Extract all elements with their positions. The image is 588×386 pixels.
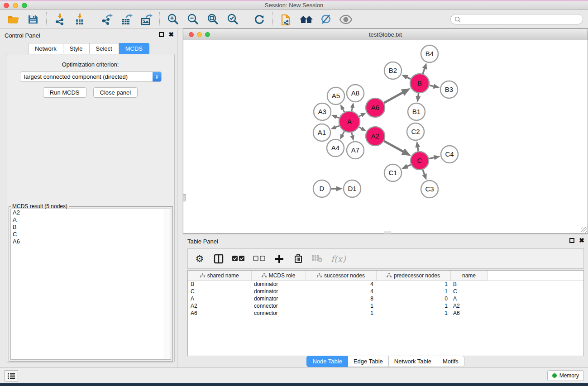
table-cell[interactable]: 1: [376, 310, 450, 317]
tab-network[interactable]: Network: [28, 43, 63, 54]
run-mcds-button[interactable]: Run MCDS: [43, 87, 86, 98]
close-panel-icon[interactable]: ✖: [168, 32, 174, 37]
export-network-icon[interactable]: [99, 12, 114, 27]
network-canvas[interactable]: AA6A2BCA1A3A4A5A7A8B1B2B3B4C1C2C3C4DD1: [183, 40, 588, 233]
table-cell[interactable]: A6: [188, 310, 251, 317]
table-cell[interactable]: C: [188, 288, 251, 295]
unselect-all-columns-icon[interactable]: [253, 252, 266, 266]
table-cell[interactable]: 1: [376, 302, 450, 310]
add-column-icon[interactable]: [274, 252, 285, 266]
canvas-horizontal-scroll-nub[interactable]: [384, 231, 391, 234]
table-settings-icon[interactable]: ⚙: [194, 252, 205, 266]
float-table-panel-icon[interactable]: [569, 238, 574, 243]
criterion-dropdown[interactable]: largest connected component (directed) ▲…: [20, 71, 162, 82]
table-cell[interactable]: A2: [450, 302, 488, 310]
table-cell[interactable]: dominator: [251, 281, 306, 288]
memory-button[interactable]: Memory: [547, 370, 584, 381]
window-resize-grip[interactable]: [581, 227, 587, 233]
tab-motifs[interactable]: Motifs: [437, 356, 464, 367]
open-session-icon[interactable]: [5, 12, 21, 27]
table-row[interactable]: A2connector11A2: [188, 302, 583, 310]
home-view-icon[interactable]: [298, 12, 314, 27]
table-cell[interactable]: dominator: [251, 295, 306, 302]
edge-A-A7[interactable]: [352, 133, 353, 138]
node-table[interactable]: shared nameMCDS rolesuccessor nodesprede…: [187, 270, 584, 356]
table-cell[interactable]: 0: [376, 295, 450, 302]
table-cell[interactable]: C: [450, 288, 488, 295]
edge-B-B2[interactable]: [404, 76, 411, 79]
canvas-vertical-scroll-nub[interactable]: [183, 194, 186, 201]
result-item[interactable]: A6: [11, 238, 164, 245]
table-row[interactable]: A6connector11A6: [188, 310, 583, 317]
column-header-MCDS-role[interactable]: MCDS role: [251, 271, 306, 281]
table-cell[interactable]: 1: [376, 288, 450, 295]
table-cell[interactable]: B: [188, 281, 251, 288]
edge-C-C2[interactable]: [417, 144, 418, 151]
edge-A-A5[interactable]: [342, 107, 344, 112]
table-cell[interactable]: A2: [188, 302, 251, 310]
select-all-columns-icon[interactable]: [232, 252, 245, 266]
edge-B-B4[interactable]: [423, 66, 425, 74]
network-graph[interactable]: AA6A2BCA1A3A4A5A7A8B1B2B3B4C1C2C3C4DD1: [183, 40, 588, 233]
edge-C-C3[interactable]: [423, 170, 425, 177]
table-cell[interactable]: A: [188, 295, 251, 302]
mcds-result-list[interactable]: A2ABCA6: [10, 209, 171, 360]
edge-A6-B[interactable]: [384, 91, 406, 103]
edge-A-A3[interactable]: [334, 116, 339, 118]
hide-graphics-icon[interactable]: [318, 12, 334, 27]
column-header-successor-nodes[interactable]: successor nodes: [306, 271, 376, 281]
table-cell[interactable]: dominator: [251, 288, 306, 295]
edge-C-C4[interactable]: [429, 157, 437, 159]
result-item[interactable]: C: [11, 231, 164, 238]
table-cell[interactable]: 1: [306, 302, 376, 310]
result-item[interactable]: A2: [11, 209, 164, 216]
import-network-icon[interactable]: [52, 12, 67, 27]
edge-A-A4[interactable]: [341, 131, 344, 137]
edge-A-A6[interactable]: [359, 114, 363, 117]
column-header-name[interactable]: name: [450, 271, 488, 281]
task-history-button[interactable]: [5, 370, 18, 381]
float-panel-icon[interactable]: [159, 32, 164, 37]
table-cell[interactable]: connector: [251, 302, 306, 310]
show-hide-panel-icon[interactable]: [338, 12, 354, 27]
tab-style[interactable]: Style: [63, 43, 90, 54]
tab-mcds[interactable]: MCDS: [119, 43, 149, 54]
import-table-icon[interactable]: [72, 12, 87, 27]
edge-B-B3[interactable]: [430, 86, 437, 87]
result-list-scrollbar[interactable]: [164, 209, 171, 359]
tab-edge-table[interactable]: Edge Table: [348, 356, 389, 367]
edge-B-B1[interactable]: [418, 93, 418, 99]
table-cell[interactable]: 8: [306, 295, 376, 302]
result-item[interactable]: A: [11, 216, 164, 224]
edge-C-C1[interactable]: [404, 165, 411, 168]
tab-node-table[interactable]: Node Table: [306, 356, 348, 367]
zoom-fit-icon[interactable]: [205, 12, 220, 27]
table-cell[interactable]: 4: [306, 281, 376, 288]
close-panel-button[interactable]: Close panel: [93, 87, 138, 98]
tab-network-table[interactable]: Network Table: [389, 356, 437, 367]
edge-A2-C[interactable]: [384, 141, 407, 154]
table-cell[interactable]: connector: [251, 310, 306, 317]
table-cell[interactable]: A: [450, 295, 488, 302]
table-cell[interactable]: 1: [306, 310, 376, 317]
export-table-icon[interactable]: [119, 12, 134, 27]
search-input[interactable]: [463, 16, 579, 23]
split-columns-icon[interactable]: [213, 252, 224, 266]
save-session-icon[interactable]: [25, 12, 41, 27]
table-cell[interactable]: B: [450, 281, 488, 288]
table-row[interactable]: Cdominator41C: [188, 288, 583, 295]
tab-select[interactable]: Select: [90, 43, 119, 54]
search-field[interactable]: [450, 14, 583, 24]
table-cell[interactable]: 4: [306, 288, 376, 295]
result-item[interactable]: B: [11, 224, 164, 231]
zoom-in-icon[interactable]: [165, 12, 181, 27]
table-row[interactable]: Adominator80A: [188, 295, 583, 302]
column-header-predecessor-nodes[interactable]: predecessor nodes: [376, 271, 450, 281]
edge-A-A2[interactable]: [359, 127, 364, 130]
column-header-shared-name[interactable]: shared name: [188, 271, 251, 281]
new-network-from-file-icon[interactable]: [278, 12, 294, 27]
close-table-panel-icon[interactable]: ✖: [579, 238, 584, 243]
edge-A-A8[interactable]: [352, 105, 353, 111]
table-cell[interactable]: 1: [376, 281, 450, 288]
edge-A-A1[interactable]: [333, 126, 339, 128]
